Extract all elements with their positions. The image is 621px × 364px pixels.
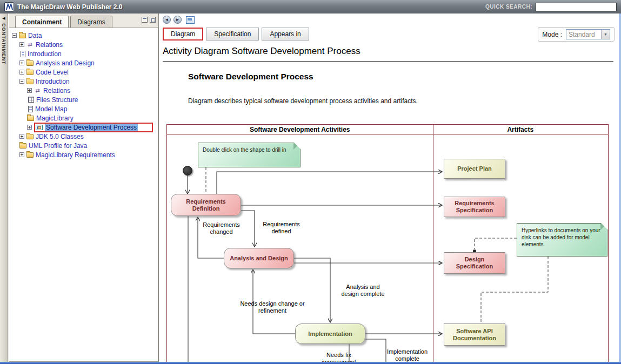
relations-icon — [34, 87, 41, 94]
edge-label-needs-fix: Needs fix improvement — [321, 352, 357, 362]
quick-search-label: QUICK SEARCH: — [485, 4, 532, 10]
tab-specification[interactable]: Specification — [206, 28, 259, 41]
collapse-minus-icon[interactable] — [12, 33, 17, 38]
back-icon[interactable] — [163, 16, 171, 24]
tree-item-model-map[interactable]: Model Map — [9, 104, 158, 113]
window-border-right — [619, 14, 621, 364]
expand-plus-icon[interactable] — [19, 60, 24, 65]
folder-icon — [19, 143, 26, 149]
folder-icon — [26, 79, 34, 84]
navigation-toolbar — [163, 16, 195, 24]
activity-diagram-icon — [36, 125, 43, 130]
note-drill-in: Double click on the shape to drill in — [198, 143, 301, 167]
tab-diagrams[interactable]: Diagrams — [70, 16, 112, 28]
tree-item-label: UML Profile for Java — [29, 142, 87, 150]
collapse-left-icon[interactable] — [0, 14, 8, 21]
tree-item-introduction[interactable]: Introduction — [9, 49, 158, 58]
lane-header-activities: Software Development Activities — [167, 125, 433, 134]
sidebar: Containment Diagrams Data Relations Intr… — [9, 14, 158, 362]
tab-containment[interactable]: Containment — [15, 16, 69, 28]
tab-diagram[interactable]: Diagram — [163, 28, 203, 41]
folder-icon — [26, 134, 34, 139]
containment-tree: Data Relations Introduction Analysis and… — [9, 28, 158, 362]
tree-item-label: Files Structure — [36, 96, 78, 104]
tree-item-data[interactable]: Data — [9, 31, 158, 40]
tree-item-label: Relations — [43, 87, 70, 95]
tab-appears-in[interactable]: Appears in — [262, 28, 309, 41]
folder-icon — [19, 33, 26, 38]
mode-label: Mode : — [542, 31, 562, 38]
document-icon — [21, 51, 25, 57]
folder-icon — [26, 70, 34, 75]
tree-item-label: Introduction — [36, 78, 70, 85]
artifact-project-plan[interactable]: Project Plan — [444, 159, 505, 179]
lane-header-artifacts: Artifacts — [433, 125, 609, 134]
activity-analysis-and-design[interactable]: Analysis and Design — [224, 248, 294, 268]
edge-label-requirements-changed: Requirements changed — [196, 221, 247, 235]
activity-implementation[interactable]: Implementation — [295, 323, 365, 344]
expand-plus-icon[interactable] — [27, 88, 32, 93]
mode-group: Mode : Standard — [538, 27, 615, 42]
quick-search-input[interactable] — [536, 3, 617, 11]
relations-icon — [26, 41, 34, 48]
sidebar-tabs: Containment Diagrams — [9, 14, 158, 28]
artifact-requirements-specification[interactable]: Requirements Specification — [444, 197, 505, 217]
document-icon — [28, 106, 33, 112]
tree-item-jdk-classes[interactable]: JDK 5.0 Classes — [9, 132, 158, 141]
tree-item-magiclibrary-requirements[interactable]: MagicLibrary Requirements — [9, 150, 158, 159]
panel-float-icon[interactable] — [150, 17, 156, 23]
main-content: Diagram Specification Appears in Mode : … — [158, 14, 619, 362]
tree-item-label: JDK 5.0 Classes — [36, 133, 84, 140]
initial-node[interactable] — [183, 166, 192, 176]
tree-item-label: Analysis and Design — [36, 59, 95, 67]
detail-tabs: Diagram Specification Appears in Mode : … — [163, 26, 615, 42]
artifact-design-specification[interactable]: Design Specification — [444, 252, 505, 274]
collapse-strip-label: CONTAINMENT — [1, 23, 6, 65]
edge-label-needs-design-change: Needs design change or refinement — [240, 300, 305, 314]
tree-item-software-development-process[interactable]: Software Development Process — [9, 123, 158, 132]
collapse-minus-icon[interactable] — [19, 79, 24, 84]
tree-item-uml-profile[interactable]: UML Profile for Java — [9, 141, 158, 150]
tree-item-label: MagicLibrary — [36, 114, 74, 122]
tree-item-analysis-and-design[interactable]: Analysis and Design — [9, 58, 158, 68]
tree-item-introduction-2[interactable]: Introduction — [9, 77, 158, 86]
mode-select[interactable]: Standard — [566, 29, 610, 39]
artifact-software-api-documentation[interactable]: Software API Documentation — [444, 323, 505, 346]
note-hyperlinks: Hyperlinks to documents on your disk can… — [517, 223, 607, 257]
forward-icon[interactable] — [173, 16, 182, 24]
expand-plus-icon[interactable] — [19, 42, 24, 47]
structure-icon — [28, 97, 34, 103]
tree-item-magiclibrary[interactable]: MagicLibrary — [9, 113, 158, 123]
tree-item-relations-2[interactable]: Relations — [9, 86, 158, 95]
diagram-preview-icon[interactable] — [186, 16, 195, 24]
expand-plus-icon[interactable] — [27, 125, 32, 130]
panel-minimize-icon[interactable] — [142, 17, 148, 23]
tree-item-label: Data — [28, 32, 42, 39]
expand-plus-icon[interactable] — [19, 70, 24, 75]
page-title: Activity Diagram Software Development Pr… — [163, 46, 360, 57]
diagram-heading: Software Development Process — [188, 72, 313, 82]
folder-icon — [27, 116, 34, 121]
edge-label-analysis-complete: Analysis and design complete — [337, 284, 389, 297]
tree-item-relations[interactable]: Relations — [9, 40, 158, 49]
magicdraw-logo-icon — [4, 2, 14, 12]
edge-label-implementation-complete: Implementation complete — [382, 348, 433, 362]
annotation-highlight-box: Software Development Process — [34, 123, 153, 132]
mode-selected-value: Standard — [566, 31, 601, 38]
expand-plus-icon[interactable] — [19, 152, 24, 157]
lane-divider — [433, 125, 433, 362]
window-title: The MagicDraw Web Publisher 2.0 — [17, 3, 123, 11]
tree-item-label-selected: Software Development Process — [45, 124, 138, 131]
tree-item-label: Relations — [36, 41, 63, 49]
tree-item-files-structure[interactable]: Files Structure — [9, 95, 158, 104]
edge-label-requirements-defined: Requirements defined — [256, 221, 307, 234]
activity-requirements-definition[interactable]: Requirements Definition — [171, 194, 241, 216]
tree-item-code-level[interactable]: Code Level — [9, 68, 158, 77]
tree-item-label: Code Level — [36, 69, 69, 76]
folder-icon — [26, 152, 34, 158]
expand-plus-icon[interactable] — [19, 134, 24, 139]
window-titlebar: The MagicDraw Web Publisher 2.0 QUICK SE… — [0, 0, 621, 14]
containment-collapse-strip[interactable]: CONTAINMENT — [0, 14, 8, 362]
diagram-description: Diagram describes typical software devel… — [188, 97, 418, 105]
window-border-bottom — [0, 362, 621, 364]
